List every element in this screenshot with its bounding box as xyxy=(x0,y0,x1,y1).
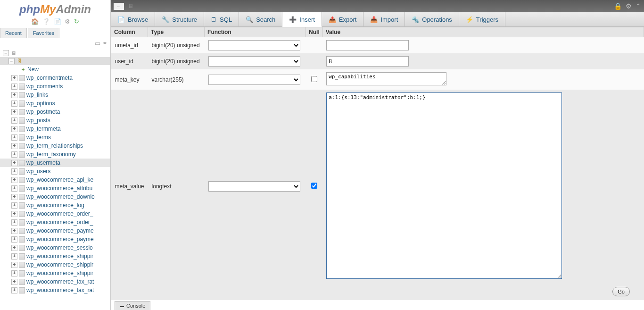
function-select[interactable] xyxy=(208,56,300,67)
tab-structure[interactable]: 🔧Structure xyxy=(155,12,204,26)
tab-operations[interactable]: 🔩Operations xyxy=(405,12,459,26)
link-icon[interactable]: ⚭ xyxy=(102,40,107,47)
breadcrumb-arrow[interactable]: ← xyxy=(114,3,124,10)
db-tree[interactable]: −🖥−🗄✦New+wp_commentmeta+wp_comments+wp_l… xyxy=(0,48,110,310)
plus-icon[interactable]: + xyxy=(11,134,17,141)
minus-icon[interactable]: − xyxy=(3,50,9,56)
plus-icon[interactable]: + xyxy=(11,75,17,81)
col-type: bigint(20) unsigned xyxy=(148,53,205,69)
plus-icon[interactable]: + xyxy=(11,101,17,107)
tree-table[interactable]: +wp_termmeta xyxy=(0,125,110,133)
collapse-icon[interactable]: ▭ xyxy=(95,40,100,47)
tab-triggers[interactable]: ⚡Triggers xyxy=(459,12,505,26)
collapse-top-icon[interactable]: ⌃ xyxy=(636,2,641,10)
tree-table[interactable]: +wp_woocommerce_tax_rat xyxy=(0,277,110,286)
value-input[interactable] xyxy=(326,40,409,50)
tab-sql[interactable]: 🗒SQL xyxy=(204,12,239,26)
value-textarea[interactable]: wp_capabilities xyxy=(326,72,446,85)
function-select[interactable] xyxy=(208,181,300,192)
tree-server[interactable]: −🖥 xyxy=(0,49,110,57)
plus-icon[interactable]: + xyxy=(11,202,17,209)
null-checkbox[interactable] xyxy=(311,183,317,189)
tab-browse[interactable]: 📄Browse xyxy=(111,12,155,26)
console-toggle[interactable]: Console xyxy=(115,301,150,310)
table-icon xyxy=(19,160,25,166)
plus-icon[interactable]: + xyxy=(11,211,17,217)
null-checkbox[interactable] xyxy=(311,76,317,82)
tree-table[interactable]: +wp_links xyxy=(0,91,110,99)
plus-icon[interactable]: + xyxy=(11,126,17,132)
tree-table[interactable]: +wp_terms xyxy=(0,133,110,142)
tree-table[interactable]: +wp_users xyxy=(0,167,110,176)
tree-database[interactable]: −🗄 xyxy=(0,57,110,65)
plus-icon[interactable]: + xyxy=(11,160,17,166)
tab-import[interactable]: 📥Import xyxy=(363,12,405,26)
docs-icon[interactable]: 📄 xyxy=(54,18,61,25)
plus-icon[interactable]: + xyxy=(11,287,17,293)
plus-icon[interactable]: + xyxy=(11,92,17,98)
tree-table[interactable]: +wp_woocommerce_shippir xyxy=(0,260,110,269)
table-icon xyxy=(19,109,25,115)
tab-label: Structure xyxy=(172,16,197,23)
tree-table[interactable]: +wp_postmeta xyxy=(0,108,110,116)
plus-icon[interactable]: + xyxy=(11,279,17,285)
tree-table[interactable]: +wp_term_relationships xyxy=(0,142,110,150)
home-icon[interactable]: 🏠 xyxy=(31,18,39,25)
tree-table[interactable]: +wp_comments xyxy=(0,82,110,91)
plus-icon[interactable]: + xyxy=(11,117,17,124)
tree-table[interactable]: +wp_options xyxy=(0,99,110,108)
function-select[interactable] xyxy=(208,75,300,85)
value-input[interactable] xyxy=(326,56,409,67)
tree-table[interactable]: +wp_woocommerce_api_ke xyxy=(0,176,110,184)
logout-icon[interactable]: ❔ xyxy=(42,18,50,25)
tree-table[interactable]: +wp_woocommerce_tax_rat xyxy=(0,286,110,294)
tree-table[interactable]: +wp_posts xyxy=(0,116,110,125)
tree-table-label: wp_postmeta xyxy=(26,109,60,115)
tree-table[interactable]: +wp_woocommerce_shippir xyxy=(0,269,110,277)
plus-icon[interactable]: + xyxy=(11,168,17,175)
minus-icon[interactable]: − xyxy=(8,58,15,64)
tab-favorites[interactable]: Favorites xyxy=(28,28,59,38)
tree-table[interactable]: +wp_woocommerce_shippir xyxy=(0,252,110,260)
settings-icon[interactable]: ⚙ xyxy=(65,18,70,25)
tab-insert[interactable]: ➕Insert xyxy=(282,12,322,27)
tree-table[interactable]: +wp_woocommerce_attribu xyxy=(0,184,110,193)
server-icon: 🖥 xyxy=(128,3,133,9)
plus-icon[interactable]: + xyxy=(11,245,17,251)
plus-icon[interactable]: + xyxy=(11,219,17,226)
tree-table[interactable]: +wp_woocommerce_log xyxy=(0,201,110,209)
gear-icon[interactable]: ⚙ xyxy=(626,2,632,10)
tree-table[interactable]: +wp_usermeta xyxy=(0,159,110,167)
tab-search[interactable]: 🔍Search xyxy=(239,12,282,26)
plus-icon[interactable]: + xyxy=(11,143,17,149)
plus-icon[interactable]: + xyxy=(11,84,17,90)
value-textarea-large[interactable]: a:1:{s:13:"administrator";b:1;} xyxy=(326,92,562,279)
tree-table[interactable]: +wp_woocommerce_order_ xyxy=(0,218,110,226)
plus-icon[interactable]: + xyxy=(11,194,17,200)
go-button[interactable]: Go xyxy=(612,287,630,296)
tree-new[interactable]: ✦New xyxy=(0,65,110,74)
plus-icon[interactable]: + xyxy=(11,228,17,234)
tab-recent[interactable]: Recent xyxy=(0,28,27,38)
lock-icon[interactable]: 🔒 xyxy=(614,2,622,10)
th-function: Function xyxy=(205,27,306,37)
plus-icon[interactable]: + xyxy=(11,185,17,192)
plus-icon[interactable]: + xyxy=(11,236,17,243)
tree-table[interactable]: +wp_commentmeta xyxy=(0,74,110,82)
plus-icon[interactable]: + xyxy=(11,177,17,183)
plus-icon[interactable]: + xyxy=(11,109,17,115)
tree-table[interactable]: +wp_woocommerce_order_ xyxy=(0,209,110,218)
reload-icon[interactable]: ↻ xyxy=(74,18,79,25)
tree-table[interactable]: +wp_term_taxonomy xyxy=(0,150,110,159)
tree-table[interactable]: +wp_woocommerce_downlo xyxy=(0,193,110,201)
plus-icon[interactable]: + xyxy=(11,270,17,276)
function-select[interactable] xyxy=(208,40,300,50)
plus-icon[interactable]: + xyxy=(11,253,17,260)
tree-table[interactable]: +wp_woocommerce_payme xyxy=(0,226,110,235)
tree-table[interactable]: +wp_woocommerce_payme xyxy=(0,235,110,243)
plus-icon[interactable]: + xyxy=(11,151,17,158)
plus-icon[interactable]: + xyxy=(11,262,17,268)
import-icon: 📥 xyxy=(370,16,378,23)
tree-table[interactable]: +wp_woocommerce_sessio xyxy=(0,243,110,252)
tab-export[interactable]: 📤Export xyxy=(322,12,364,26)
